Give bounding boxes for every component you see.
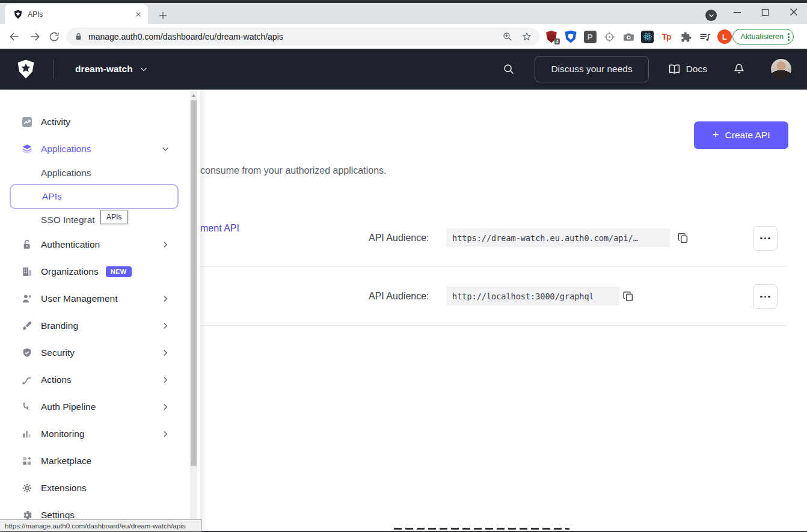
sidebar-item-activity[interactable]: Activity bbox=[0, 108, 200, 135]
sidebar-item-apis[interactable]: APIs bbox=[10, 184, 179, 209]
discuss-your-needs-button[interactable]: Discuss your needs bbox=[535, 56, 648, 82]
browser-window: APIs bbox=[0, 0, 807, 532]
sidebar: Activity Applications Applications APIs bbox=[0, 90, 200, 531]
camera-extension-icon[interactable] bbox=[622, 30, 635, 43]
bar-chart-icon bbox=[21, 428, 33, 440]
p-extension-icon[interactable]: P bbox=[583, 30, 597, 43]
reload-icon[interactable] bbox=[48, 31, 60, 43]
chevron-right-icon bbox=[160, 239, 171, 250]
tab-strip: APIs bbox=[0, 0, 807, 24]
sidebar-item-marketplace[interactable]: Marketplace bbox=[0, 447, 200, 474]
search-icon[interactable] bbox=[502, 63, 515, 76]
copy-icon[interactable] bbox=[677, 231, 690, 245]
create-api-button[interactable]: + Create API bbox=[694, 121, 788, 149]
sidebar-scrollbar[interactable]: ▲ bbox=[190, 91, 197, 531]
zoom-level-icon[interactable] bbox=[502, 31, 513, 42]
chevron-down-icon[interactable] bbox=[139, 64, 149, 74]
sidebar-item-authentication[interactable]: Authentication bbox=[0, 231, 200, 258]
sidebar-item-branding[interactable]: Branding bbox=[0, 312, 200, 339]
organization-building-icon bbox=[21, 266, 33, 278]
row-menu-button[interactable] bbox=[753, 226, 778, 251]
scrollbar-thumb[interactable] bbox=[191, 100, 197, 466]
status-bar: https://manage.auth0.com/dashboard/eu/dr… bbox=[0, 519, 202, 531]
status-url: https://manage.auth0.com/dashboard/eu/dr… bbox=[5, 522, 185, 530]
api-audience-value: http://localhost:3000/graphql bbox=[446, 287, 619, 305]
api-audience-label: API Audience: bbox=[369, 291, 429, 302]
shield-check-icon bbox=[21, 347, 33, 359]
activity-chart-icon bbox=[21, 116, 33, 128]
flow-icon bbox=[21, 374, 33, 386]
window-maximize-button[interactable] bbox=[760, 7, 770, 17]
lock-icon[interactable] bbox=[75, 32, 82, 41]
api-audience-value: https://dream-watch.eu.auth0.com/api/… bbox=[446, 228, 670, 247]
scrollbar-up-arrow-icon[interactable]: ▲ bbox=[190, 91, 197, 99]
url-text[interactable]: manage.auth0.com/dashboard/eu/dream-watc… bbox=[88, 32, 494, 41]
forward-icon[interactable] bbox=[29, 31, 41, 43]
marketplace-grid-icon bbox=[21, 455, 33, 467]
browser-profile-avatar[interactable]: L bbox=[717, 29, 732, 44]
chevron-right-icon bbox=[160, 402, 171, 412]
tab-close-icon[interactable] bbox=[133, 10, 143, 19]
chevron-right-icon bbox=[160, 375, 171, 385]
chevron-right-icon bbox=[160, 320, 171, 331]
auth0-favicon-icon bbox=[13, 10, 23, 19]
plus-icon: + bbox=[712, 128, 719, 141]
sidebar-item-applications[interactable]: Applications bbox=[0, 135, 200, 162]
chrome-update-button[interactable]: Aktualisieren bbox=[732, 29, 794, 44]
book-icon bbox=[668, 63, 681, 76]
ublock-badge: 4 bbox=[554, 38, 560, 44]
paintbrush-icon bbox=[21, 320, 33, 332]
sidebar-item-actions[interactable]: Actions bbox=[0, 366, 200, 393]
chevron-down-icon bbox=[160, 144, 171, 154]
clipped-text-sliver bbox=[394, 528, 569, 530]
chevron-right-icon bbox=[160, 429, 171, 439]
api-name-link[interactable]: ment API bbox=[200, 223, 239, 234]
crosshair-extension-icon[interactable] bbox=[603, 30, 616, 43]
user-gear-icon bbox=[21, 293, 33, 305]
api-audience-label: API Audience: bbox=[369, 233, 429, 243]
sidebar-item-security[interactable]: Security bbox=[0, 339, 200, 366]
lock-icon bbox=[21, 239, 33, 251]
window-minimize-button[interactable] bbox=[732, 7, 742, 17]
user-avatar[interactable] bbox=[771, 59, 791, 79]
new-tab-button[interactable] bbox=[155, 8, 171, 23]
tp-extension-icon[interactable]: Tp bbox=[660, 30, 673, 43]
bookmark-star-icon[interactable] bbox=[521, 31, 532, 42]
chevron-right-icon bbox=[160, 347, 171, 358]
puzzle-extensions-menu-icon[interactable] bbox=[679, 30, 692, 43]
sidebar-item-organizations[interactable]: Organizations NEW bbox=[0, 258, 200, 285]
header-divider bbox=[53, 60, 54, 79]
sidebar-item-user-management[interactable]: User Management bbox=[0, 285, 200, 312]
tenant-selector[interactable]: dream-watch bbox=[75, 64, 133, 75]
notifications-bell-icon[interactable] bbox=[732, 63, 746, 76]
tab-search-icon[interactable] bbox=[705, 10, 717, 21]
url-bar[interactable]: manage.auth0.com/dashboard/eu/dream-watc… bbox=[66, 28, 539, 46]
window-close-button[interactable] bbox=[788, 7, 799, 17]
extensions-gear-icon bbox=[21, 482, 33, 494]
row-menu-button[interactable] bbox=[753, 284, 778, 309]
sidebar-item-extensions[interactable]: Extensions bbox=[0, 474, 200, 501]
bitwarden-extension-icon[interactable] bbox=[564, 30, 577, 43]
sidebar-item-applications-sub[interactable]: Applications bbox=[0, 162, 200, 184]
sidebar-item-auth-pipeline[interactable]: Auth Pipeline bbox=[0, 393, 200, 420]
browser-tab-apis[interactable]: APIs bbox=[5, 4, 148, 24]
browser-menu-icon[interactable] bbox=[788, 33, 790, 41]
new-badge: NEW bbox=[106, 266, 132, 277]
back-icon[interactable] bbox=[8, 31, 20, 43]
extensions-row: 4 P Tp L bbox=[545, 28, 732, 46]
ublock-extension-icon[interactable]: 4 bbox=[545, 30, 558, 43]
music-queue-extension-icon[interactable] bbox=[698, 30, 711, 43]
page-subtitle: consume from your authorized application… bbox=[200, 165, 387, 176]
sidebar-item-monitoring[interactable]: Monitoring bbox=[0, 420, 200, 447]
app-header: dream-watch Discuss your needs Docs bbox=[0, 49, 807, 90]
react-devtools-extension-icon[interactable] bbox=[641, 31, 654, 43]
copy-icon[interactable] bbox=[622, 290, 635, 303]
layers-icon bbox=[21, 143, 33, 155]
header-right: Discuss your needs Docs bbox=[502, 49, 807, 90]
window-controls bbox=[732, 3, 803, 21]
chevron-right-icon bbox=[160, 293, 171, 304]
apis-tooltip: APIs bbox=[100, 210, 127, 224]
pipeline-icon bbox=[21, 401, 33, 413]
docs-link[interactable]: Docs bbox=[668, 63, 707, 76]
auth0-logo-icon[interactable] bbox=[16, 59, 36, 79]
